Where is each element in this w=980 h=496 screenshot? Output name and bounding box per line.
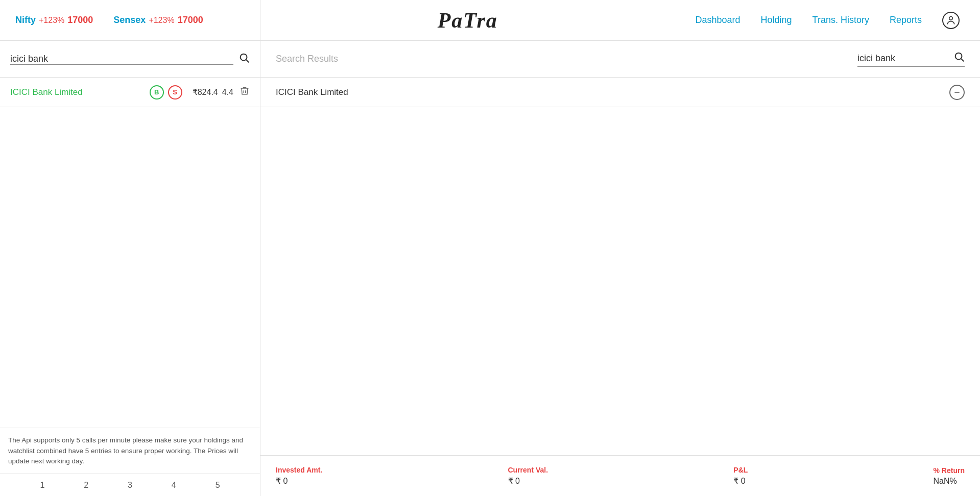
return-label: % Return (934, 466, 965, 475)
watchlist-content: ICICI Bank Limited B S ₹824.4 4.4 (0, 78, 260, 428)
sensex-value: 17000 (178, 15, 203, 26)
results-content: ICICI Bank Limited (260, 78, 980, 455)
return-value: NaN% (934, 477, 965, 486)
result-item: ICICI Bank Limited (260, 78, 980, 107)
pnl-label: P&L (733, 466, 748, 474)
right-search-input[interactable] (857, 53, 949, 64)
invested-amt-stat: Invested Amt. ₹ 0 (276, 466, 322, 486)
left-search-bar (0, 41, 260, 78)
right-search-input-wrap (857, 51, 965, 67)
nav-holding[interactable]: Holding (761, 15, 792, 26)
api-notice: The Api supports only 5 calls per minute… (0, 428, 260, 474)
action-buttons: B S (150, 85, 182, 100)
pnl-stat: P&L ₹ 0 (733, 466, 748, 486)
ticker-section: Nifty +123% 17000 Sensex +123% 17000 (0, 0, 260, 40)
sensex-ticker: Sensex +123% 17000 (113, 15, 203, 26)
nifty-label: Nifty (15, 15, 36, 26)
page-1[interactable]: 1 (40, 481, 44, 490)
invested-amt-label: Invested Amt. (276, 466, 322, 474)
logo: PaTra (438, 8, 498, 33)
bottom-stats: Invested Amt. ₹ 0 Current Val. ₹ 0 P&L ₹… (260, 455, 980, 496)
left-panel: ICICI Bank Limited B S ₹824.4 4.4 (0, 41, 260, 496)
nifty-change: +123% (39, 16, 64, 25)
right-search-button[interactable] (953, 51, 965, 65)
logo-section: PaTra (260, 8, 675, 33)
watchlist-stock-name: ICICI Bank Limited (10, 87, 150, 97)
result-stock-name: ICICI Bank Limited (276, 87, 949, 97)
right-panel: Search Results ICICI Bank Limited (260, 41, 980, 496)
svg-line-4 (961, 59, 964, 61)
svg-point-3 (955, 53, 962, 60)
invested-amt-value: ₹ 0 (276, 476, 322, 486)
main-content: ICICI Bank Limited B S ₹824.4 4.4 (0, 41, 980, 496)
nav-dashboard[interactable]: Dashboard (696, 15, 740, 26)
svg-point-1 (241, 54, 247, 60)
page-2[interactable]: 2 (84, 481, 88, 490)
left-search-input[interactable] (10, 54, 233, 64)
svg-point-0 (949, 16, 953, 20)
page-5[interactable]: 5 (216, 481, 220, 490)
right-search-bar: Search Results (260, 41, 980, 78)
nifty-value: 17000 (67, 15, 93, 26)
api-notice-text: The Api supports only 5 calls per minute… (8, 436, 243, 465)
watchlist-item: ICICI Bank Limited B S ₹824.4 4.4 (0, 78, 260, 107)
top-bar: Nifty +123% 17000 Sensex +123% 17000 PaT… (0, 0, 980, 41)
return-stat: % Return NaN% (934, 466, 965, 486)
page-4[interactable]: 4 (172, 481, 176, 490)
buy-button[interactable]: B (150, 85, 164, 100)
page-3[interactable]: 3 (128, 481, 132, 490)
nifty-ticker: Nifty +123% 17000 (15, 15, 93, 26)
remove-from-watchlist-button[interactable] (949, 85, 965, 100)
current-val-value: ₹ 0 (508, 476, 548, 486)
sensex-change: +123% (149, 16, 174, 25)
pagination: 1 2 3 4 5 (0, 474, 260, 496)
current-val-stat: Current Val. ₹ 0 (508, 466, 548, 486)
user-icon[interactable] (942, 12, 960, 29)
search-results-label: Search Results (276, 54, 857, 64)
stock-change: 4.4 (222, 88, 233, 97)
current-val-label: Current Val. (508, 466, 548, 474)
sell-button[interactable]: S (168, 85, 182, 100)
sensex-label: Sensex (113, 15, 146, 26)
left-search-button[interactable] (238, 52, 250, 66)
stock-price: ₹824.4 (193, 87, 218, 97)
nav-section: Dashboard Holding Trans. History Reports (675, 12, 981, 29)
delete-icon[interactable] (240, 86, 250, 98)
nav-reports[interactable]: Reports (890, 15, 922, 26)
svg-line-2 (246, 60, 249, 62)
search-underline (10, 54, 233, 65)
pnl-value: ₹ 0 (733, 476, 748, 486)
nav-trans-history[interactable]: Trans. History (812, 15, 869, 26)
